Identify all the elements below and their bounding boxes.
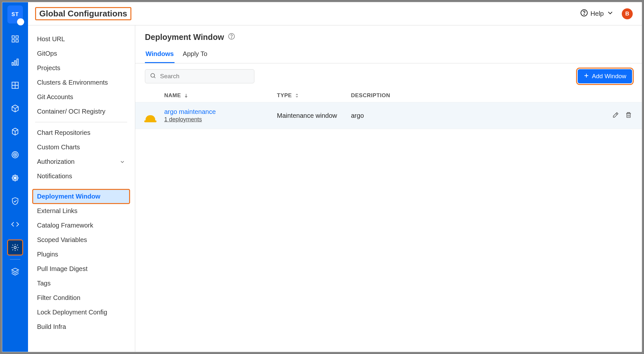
svg-point-26 — [231, 38, 232, 38]
nav-host-url[interactable]: Host URL — [33, 32, 130, 46]
code-icon[interactable] — [7, 217, 23, 232]
maintenance-icon — [145, 110, 156, 121]
svg-point-21 — [14, 247, 16, 249]
avatar[interactable]: B — [622, 8, 633, 19]
tabs: Windows Apply To — [135, 47, 642, 63]
rail-divider — [10, 259, 20, 260]
help-circle-icon[interactable] — [228, 33, 235, 42]
svg-point-13 — [14, 153, 17, 157]
table-header: Name Type Description — [135, 89, 642, 102]
plus-icon — [583, 73, 589, 80]
nav-external-links[interactable]: External Links — [33, 204, 130, 218]
nav-plugins[interactable]: Plugins — [33, 247, 130, 262]
stack-icon[interactable] — [7, 264, 23, 279]
settings-gear-icon[interactable] — [7, 240, 23, 255]
tab-apply-to[interactable]: Apply To — [182, 47, 208, 63]
nav-chart-repositories[interactable]: Chart Repositories — [33, 126, 130, 140]
section-title: Deployment Window — [145, 33, 224, 42]
chevron-down-icon — [606, 9, 614, 18]
svg-rect-6 — [17, 59, 18, 65]
chevron-down-icon — [119, 159, 125, 165]
window-type: Maintenance window — [277, 112, 351, 119]
col-name[interactable]: Name — [164, 92, 277, 99]
svg-point-14 — [14, 154, 15, 155]
nav-git-accounts[interactable]: Git Accounts — [33, 90, 130, 104]
nav-projects[interactable]: Projects — [33, 61, 130, 75]
nav-scoped-variables[interactable]: Scoped Variables — [33, 233, 130, 247]
add-window-button[interactable]: Add Window — [578, 69, 632, 83]
svg-point-24 — [584, 14, 584, 15]
icon-rail: ST — [2, 2, 28, 352]
svg-rect-4 — [12, 62, 13, 65]
page-title: Global Configurations — [39, 9, 127, 19]
settings-nav: Host URL GitOps Projects Clusters & Envi… — [28, 25, 135, 352]
nav-filter-condition[interactable]: Filter Condition — [33, 291, 130, 305]
help-menu[interactable]: Help — [580, 9, 614, 18]
search-input-wrap[interactable] — [145, 69, 254, 83]
svg-rect-5 — [14, 61, 16, 65]
col-description: Description — [351, 92, 593, 99]
add-window-label: Add Window — [592, 73, 626, 80]
nav-lock-deployment-config[interactable]: Lock Deployment Config — [33, 305, 130, 320]
sort-both-icon — [294, 93, 299, 98]
nav-build-infra[interactable]: Build Infra — [33, 320, 130, 334]
col-type[interactable]: Type — [277, 92, 351, 99]
dashboard-grid-icon[interactable] — [7, 31, 23, 47]
svg-line-28 — [154, 77, 156, 78]
jobs-grid-icon[interactable] — [7, 78, 23, 93]
svg-line-32 — [616, 113, 617, 115]
help-label: Help — [591, 10, 604, 17]
svg-point-12 — [12, 152, 18, 158]
nav-tags[interactable]: Tags — [33, 276, 130, 291]
shield-check-icon[interactable] — [7, 193, 23, 209]
sort-down-icon — [184, 93, 189, 98]
help-circle-icon — [580, 9, 588, 18]
nav-notifications[interactable]: Notifications — [33, 169, 130, 183]
page-title-highlight: Global Configurations — [35, 7, 131, 20]
trash-icon[interactable] — [625, 111, 632, 120]
apps-bar-icon[interactable] — [7, 54, 23, 70]
svg-rect-33 — [627, 113, 630, 117]
nav-container-registry[interactable]: Container/ OCI Registry — [33, 104, 130, 119]
charts-box-icon[interactable] — [7, 101, 23, 116]
nav-deployment-window[interactable]: Deployment Window — [33, 189, 130, 204]
window-deployments-link[interactable]: 1 deployments — [164, 116, 277, 123]
target-icon[interactable] — [7, 147, 23, 163]
nav-catalog-framework[interactable]: Catalog Framework — [33, 218, 130, 233]
edit-icon[interactable] — [612, 111, 619, 120]
table-row: argo maintenance 1 deployments Maintenan… — [135, 102, 642, 129]
window-description: argo — [351, 112, 593, 119]
nav-clusters-environments[interactable]: Clusters & Environments — [33, 75, 130, 90]
nav-divider — [35, 122, 127, 122]
search-input[interactable] — [159, 72, 250, 80]
svg-rect-0 — [12, 36, 14, 38]
nav-authorization[interactable]: Authorization — [33, 154, 130, 169]
nav-custom-charts[interactable]: Custom Charts — [33, 140, 130, 154]
search-icon — [150, 72, 156, 80]
topbar: Global Configurations Help B — [28, 2, 642, 25]
svg-point-27 — [151, 73, 155, 77]
svg-rect-3 — [16, 40, 18, 42]
tab-windows[interactable]: Windows — [145, 47, 175, 63]
main-panel: Deployment Window Windows Apply To — [135, 25, 642, 352]
window-name-link[interactable]: argo maintenance — [164, 108, 216, 115]
logo[interactable]: ST — [7, 5, 23, 23]
nav-gitops[interactable]: GitOps — [33, 46, 130, 61]
svg-rect-2 — [12, 40, 14, 42]
cube-icon[interactable] — [7, 124, 23, 139]
svg-rect-1 — [16, 36, 18, 38]
ship-wheel-icon[interactable] — [7, 170, 23, 186]
toolbar: Add Window — [135, 63, 642, 89]
nav-pull-image-digest[interactable]: Pull Image Digest — [33, 262, 130, 276]
svg-marker-22 — [12, 268, 19, 272]
